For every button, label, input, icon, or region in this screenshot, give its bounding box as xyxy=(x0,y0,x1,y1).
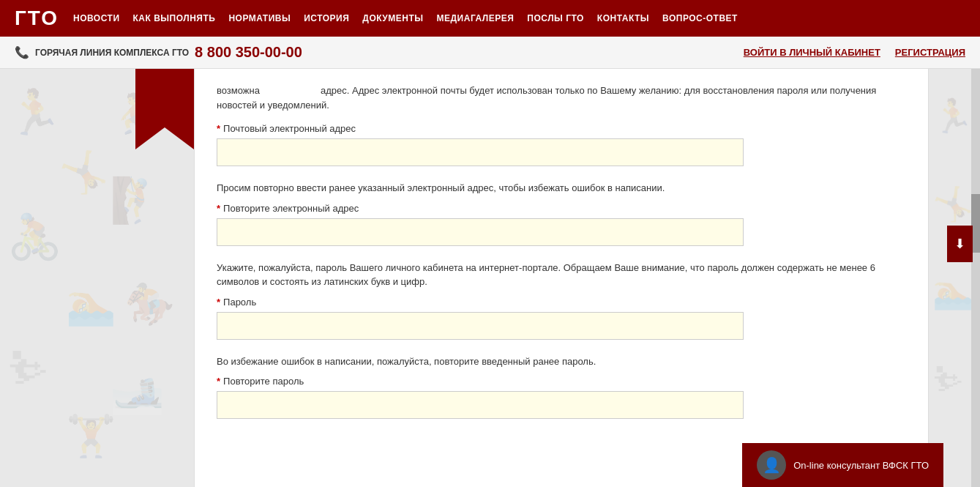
sidebar-left: 🏃 🤸 🚴 🏊 ⛷ 🏋 🤾 🧗 🏇 🎿 xyxy=(0,69,194,487)
page-scrollbar[interactable] xyxy=(971,69,980,487)
nav-link-qa[interactable]: ВОПРОС-ОТВЕТ xyxy=(662,13,738,23)
scroll-down-icon: ⬇ xyxy=(954,236,965,252)
email-required-marker: * xyxy=(217,123,220,134)
password-confirm-description: Во избежание ошибок в написании, пожалуй… xyxy=(217,354,906,369)
svg-text:🏃: 🏃 xyxy=(7,86,62,138)
email-confirm-block: Просим повторно ввести ранее указанный э… xyxy=(217,181,906,246)
hotline-bar: 📞 ГОРЯЧАЯ ЛИНИЯ КОМПЛЕКСА ГТО 8 800 350-… xyxy=(0,37,980,69)
password-required-marker: * xyxy=(217,297,220,308)
svg-text:🤸: 🤸 xyxy=(59,149,109,196)
svg-text:🏇: 🏇 xyxy=(124,280,175,328)
chat-widget[interactable]: 👤 On-line консультант ВФСК ГТО xyxy=(742,443,943,487)
password-label: *Пароль xyxy=(217,297,906,308)
phone-icon: 📞 xyxy=(15,45,29,59)
red-bookmark-arrow xyxy=(135,127,194,149)
logo-text: ГТО xyxy=(15,7,59,30)
nav-link-history[interactable]: ИСТОРИЯ xyxy=(304,13,349,23)
page-wrapper: 🏃 🤸 🚴 🏊 ⛷ 🏋 🤾 🧗 🏇 🎿 возможна адрес. xyxy=(0,69,980,487)
nav-link-news[interactable]: НОВОСТИ xyxy=(73,13,120,23)
logo-block[interactable]: ГТО xyxy=(7,0,66,37)
password-confirm-label: *Повторите пароль xyxy=(217,376,906,387)
email-confirm-input[interactable] xyxy=(217,218,744,246)
sidebar-right: 🏃 🤸 🏊 ⛷ xyxy=(929,69,980,487)
svg-text:🏋: 🏋 xyxy=(66,412,116,460)
svg-text:🎿: 🎿 xyxy=(110,365,165,417)
email-field-label: *Почтовый электронный адрес xyxy=(217,123,906,134)
register-link[interactable]: РЕГИСТРАЦИЯ xyxy=(895,47,965,58)
svg-text:⛷: ⛷ xyxy=(932,361,965,398)
nav-link-howto[interactable]: КАК ВЫПОЛНЯТЬ xyxy=(133,13,216,23)
hotline-number: 8 800 350-00-00 xyxy=(195,44,302,61)
svg-text:🏊: 🏊 xyxy=(932,272,974,312)
chat-avatar-icon: 👤 xyxy=(757,450,786,480)
navbar: ГТО НОВОСТИ КАК ВЫПОЛНЯТЬ НОРМАТИВЫ ИСТО… xyxy=(0,0,980,37)
intro-text: возможна адрес. Адрес электронной почты … xyxy=(217,83,906,112)
password-confirm-block: Во избежание ошибок в написании, пожалуй… xyxy=(217,354,906,420)
email-confirm-required-marker: * xyxy=(217,203,220,214)
nav-links: НОВОСТИ КАК ВЫПОЛНЯТЬ НОРМАТИВЫ ИСТОРИЯ … xyxy=(73,13,738,23)
nav-link-docs[interactable]: ДОКУМЕНТЫ xyxy=(362,13,423,23)
scroll-indicator[interactable]: ⬇ xyxy=(947,226,973,262)
nav-link-norms[interactable]: НОРМАТИВЫ xyxy=(228,13,291,23)
password-confirm-required-marker: * xyxy=(217,376,220,387)
email-field-block: *Почтовый электронный адрес xyxy=(217,123,906,166)
nav-link-media[interactable]: МЕДИАГАЛЕРЕЯ xyxy=(437,13,515,23)
password-description: Укажите, пожалуйста, пароль Вашего лично… xyxy=(217,261,906,289)
password-input[interactable] xyxy=(217,312,744,340)
email-input[interactable] xyxy=(217,138,744,166)
email-confirm-description: Просим повторно ввести ранее указанный э… xyxy=(217,181,906,196)
hotline-right: ВОЙТИ В ЛИЧНЫЙ КАБИНЕТ РЕГИСТРАЦИЯ xyxy=(744,47,965,58)
svg-text:🤸: 🤸 xyxy=(932,185,974,224)
red-bookmark xyxy=(135,69,194,149)
svg-text:🏃: 🏃 xyxy=(932,97,974,136)
password-block: Укажите, пожалуйста, пароль Вашего лично… xyxy=(217,261,906,340)
nav-link-ambassadors[interactable]: ПОСЛЫ ГТО xyxy=(527,13,584,23)
login-link[interactable]: ВОЙТИ В ЛИЧНЫЙ КАБИНЕТ xyxy=(744,47,880,58)
svg-text:🏊: 🏊 xyxy=(66,280,116,328)
hotline-label: ГОРЯЧАЯ ЛИНИЯ КОМПЛЕКСА ГТО xyxy=(35,48,189,58)
chat-widget-label: On-line консультант ВФСК ГТО xyxy=(793,460,929,471)
hotline-left: 📞 ГОРЯЧАЯ ЛИНИЯ КОМПЛЕКСА ГТО 8 800 350-… xyxy=(15,44,302,61)
nav-link-contacts[interactable]: КОНТАКТЫ xyxy=(597,13,649,23)
svg-text:🚴: 🚴 xyxy=(7,211,62,263)
svg-text:⛷: ⛷ xyxy=(7,344,51,393)
password-confirm-input[interactable] xyxy=(217,391,744,419)
svg-text:🧗: 🧗 xyxy=(110,174,165,226)
email-confirm-label: *Повторите электронный адрес xyxy=(217,203,906,214)
red-bookmark-top xyxy=(135,69,194,127)
main-content: возможна адрес. Адрес электронной почты … xyxy=(194,69,929,487)
